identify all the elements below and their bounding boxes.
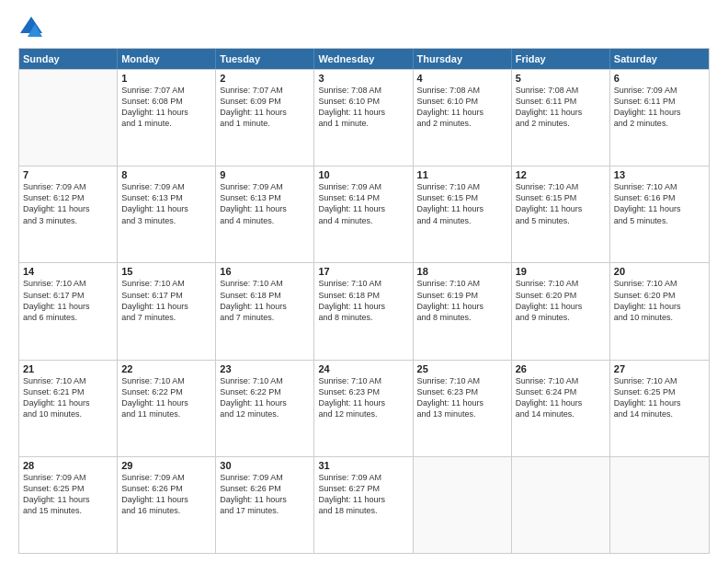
calendar-cell	[414, 457, 512, 553]
day-info: Sunrise: 7:10 AM Sunset: 6:19 PM Dayligh…	[417, 278, 507, 323]
calendar-cell: 6Sunrise: 7:09 AM Sunset: 6:11 PM Daylig…	[610, 70, 709, 166]
day-number: 25	[417, 363, 507, 374]
header-day-sunday: Sunday	[19, 49, 118, 69]
day-number: 26	[516, 363, 606, 374]
header-day-monday: Monday	[118, 49, 216, 69]
calendar-cell	[512, 457, 610, 553]
calendar-week-3: 14Sunrise: 7:10 AM Sunset: 6:17 PM Dayli…	[19, 262, 709, 359]
day-info: Sunrise: 7:07 AM Sunset: 6:09 PM Dayligh…	[220, 85, 310, 130]
calendar-cell: 16Sunrise: 7:10 AM Sunset: 6:18 PM Dayli…	[216, 263, 314, 359]
calendar-cell: 30Sunrise: 7:09 AM Sunset: 6:26 PM Dayli…	[216, 457, 314, 553]
day-number: 7	[23, 169, 113, 180]
calendar-cell: 24Sunrise: 7:10 AM Sunset: 6:23 PM Dayli…	[314, 361, 413, 456]
day-number: 11	[417, 169, 507, 180]
calendar-cell: 21Sunrise: 7:10 AM Sunset: 6:21 PM Dayli…	[19, 361, 118, 456]
day-number: 30	[220, 460, 310, 471]
header	[18, 15, 710, 40]
day-number: 29	[121, 460, 211, 471]
day-number: 5	[516, 73, 606, 84]
calendar-cell: 3Sunrise: 7:08 AM Sunset: 6:10 PM Daylig…	[314, 70, 413, 166]
calendar-cell: 25Sunrise: 7:10 AM Sunset: 6:23 PM Dayli…	[414, 361, 512, 456]
calendar-week-4: 21Sunrise: 7:10 AM Sunset: 6:21 PM Dayli…	[19, 360, 709, 456]
calendar-cell: 2Sunrise: 7:07 AM Sunset: 6:09 PM Daylig…	[216, 70, 314, 166]
day-info: Sunrise: 7:10 AM Sunset: 6:22 PM Dayligh…	[220, 375, 310, 420]
day-number: 19	[516, 266, 606, 277]
calendar-week-1: 1Sunrise: 7:07 AM Sunset: 6:08 PM Daylig…	[19, 69, 709, 166]
calendar-body: 1Sunrise: 7:07 AM Sunset: 6:08 PM Daylig…	[19, 69, 709, 553]
calendar-header-row: SundayMondayTuesdayWednesdayThursdayFrid…	[19, 49, 709, 69]
day-number: 6	[614, 73, 705, 84]
calendar-cell: 13Sunrise: 7:10 AM Sunset: 6:16 PM Dayli…	[610, 167, 709, 262]
day-info: Sunrise: 7:10 AM Sunset: 6:15 PM Dayligh…	[516, 181, 606, 226]
day-number: 17	[318, 266, 408, 277]
day-info: Sunrise: 7:09 AM Sunset: 6:14 PM Dayligh…	[318, 181, 408, 226]
day-number: 27	[614, 363, 705, 374]
calendar-cell: 15Sunrise: 7:10 AM Sunset: 6:17 PM Dayli…	[118, 263, 216, 359]
day-number: 2	[220, 73, 310, 84]
day-number: 8	[121, 169, 211, 180]
calendar-cell	[19, 70, 118, 166]
calendar-cell: 23Sunrise: 7:10 AM Sunset: 6:22 PM Dayli…	[216, 361, 314, 456]
day-info: Sunrise: 7:08 AM Sunset: 6:10 PM Dayligh…	[417, 85, 507, 130]
day-info: Sunrise: 7:10 AM Sunset: 6:23 PM Dayligh…	[417, 375, 507, 420]
day-number: 20	[614, 266, 705, 277]
day-info: Sunrise: 7:09 AM Sunset: 6:13 PM Dayligh…	[220, 181, 310, 226]
day-number: 15	[121, 266, 211, 277]
day-info: Sunrise: 7:09 AM Sunset: 6:26 PM Dayligh…	[121, 472, 211, 517]
day-info: Sunrise: 7:10 AM Sunset: 6:16 PM Dayligh…	[614, 181, 705, 226]
calendar-cell: 5Sunrise: 7:08 AM Sunset: 6:11 PM Daylig…	[512, 70, 610, 166]
calendar-cell	[610, 457, 709, 553]
day-info: Sunrise: 7:08 AM Sunset: 6:11 PM Dayligh…	[516, 85, 606, 130]
calendar-cell: 26Sunrise: 7:10 AM Sunset: 6:24 PM Dayli…	[512, 361, 610, 456]
day-number: 23	[220, 363, 310, 374]
day-number: 24	[318, 363, 408, 374]
day-info: Sunrise: 7:10 AM Sunset: 6:15 PM Dayligh…	[417, 181, 507, 226]
calendar: SundayMondayTuesdayWednesdayThursdayFrid…	[18, 48, 710, 554]
day-number: 22	[121, 363, 211, 374]
day-info: Sunrise: 7:10 AM Sunset: 6:20 PM Dayligh…	[516, 278, 606, 323]
header-day-saturday: Saturday	[610, 49, 709, 69]
day-number: 4	[417, 73, 507, 84]
day-number: 13	[614, 169, 705, 180]
calendar-cell: 9Sunrise: 7:09 AM Sunset: 6:13 PM Daylig…	[216, 167, 314, 262]
day-number: 14	[23, 266, 113, 277]
day-info: Sunrise: 7:09 AM Sunset: 6:11 PM Dayligh…	[614, 85, 705, 130]
day-info: Sunrise: 7:07 AM Sunset: 6:08 PM Dayligh…	[121, 85, 211, 130]
day-info: Sunrise: 7:08 AM Sunset: 6:10 PM Dayligh…	[318, 85, 408, 130]
calendar-cell: 1Sunrise: 7:07 AM Sunset: 6:08 PM Daylig…	[118, 70, 216, 166]
day-number: 12	[516, 169, 606, 180]
calendar-cell: 31Sunrise: 7:09 AM Sunset: 6:27 PM Dayli…	[314, 457, 413, 553]
day-info: Sunrise: 7:10 AM Sunset: 6:20 PM Dayligh…	[614, 278, 705, 323]
calendar-week-2: 7Sunrise: 7:09 AM Sunset: 6:12 PM Daylig…	[19, 166, 709, 262]
logo	[18, 15, 48, 40]
calendar-cell: 14Sunrise: 7:10 AM Sunset: 6:17 PM Dayli…	[19, 263, 118, 359]
calendar-week-5: 28Sunrise: 7:09 AM Sunset: 6:25 PM Dayli…	[19, 456, 709, 553]
day-info: Sunrise: 7:09 AM Sunset: 6:25 PM Dayligh…	[23, 472, 113, 517]
day-info: Sunrise: 7:10 AM Sunset: 6:18 PM Dayligh…	[220, 278, 310, 323]
page: SundayMondayTuesdayWednesdayThursdayFrid…	[0, 0, 728, 563]
day-number: 10	[318, 169, 408, 180]
calendar-cell: 20Sunrise: 7:10 AM Sunset: 6:20 PM Dayli…	[610, 263, 709, 359]
day-number: 18	[417, 266, 507, 277]
day-number: 3	[318, 73, 408, 84]
day-number: 31	[318, 460, 408, 471]
day-info: Sunrise: 7:10 AM Sunset: 6:17 PM Dayligh…	[23, 278, 113, 323]
day-number: 28	[23, 460, 113, 471]
calendar-cell: 19Sunrise: 7:10 AM Sunset: 6:20 PM Dayli…	[512, 263, 610, 359]
day-info: Sunrise: 7:10 AM Sunset: 6:21 PM Dayligh…	[23, 375, 113, 420]
calendar-cell: 18Sunrise: 7:10 AM Sunset: 6:19 PM Dayli…	[414, 263, 512, 359]
header-day-wednesday: Wednesday	[314, 49, 413, 69]
day-info: Sunrise: 7:09 AM Sunset: 6:27 PM Dayligh…	[318, 472, 408, 517]
header-day-thursday: Thursday	[414, 49, 512, 69]
day-number: 16	[220, 266, 310, 277]
day-info: Sunrise: 7:10 AM Sunset: 6:22 PM Dayligh…	[121, 375, 211, 420]
calendar-cell: 11Sunrise: 7:10 AM Sunset: 6:15 PM Dayli…	[414, 167, 512, 262]
day-info: Sunrise: 7:10 AM Sunset: 6:17 PM Dayligh…	[121, 278, 211, 323]
calendar-cell: 27Sunrise: 7:10 AM Sunset: 6:25 PM Dayli…	[610, 361, 709, 456]
day-number: 9	[220, 169, 310, 180]
day-info: Sunrise: 7:09 AM Sunset: 6:12 PM Dayligh…	[23, 181, 113, 226]
calendar-cell: 12Sunrise: 7:10 AM Sunset: 6:15 PM Dayli…	[512, 167, 610, 262]
calendar-cell: 28Sunrise: 7:09 AM Sunset: 6:25 PM Dayli…	[19, 457, 118, 553]
header-day-friday: Friday	[512, 49, 610, 69]
day-number: 21	[23, 363, 113, 374]
